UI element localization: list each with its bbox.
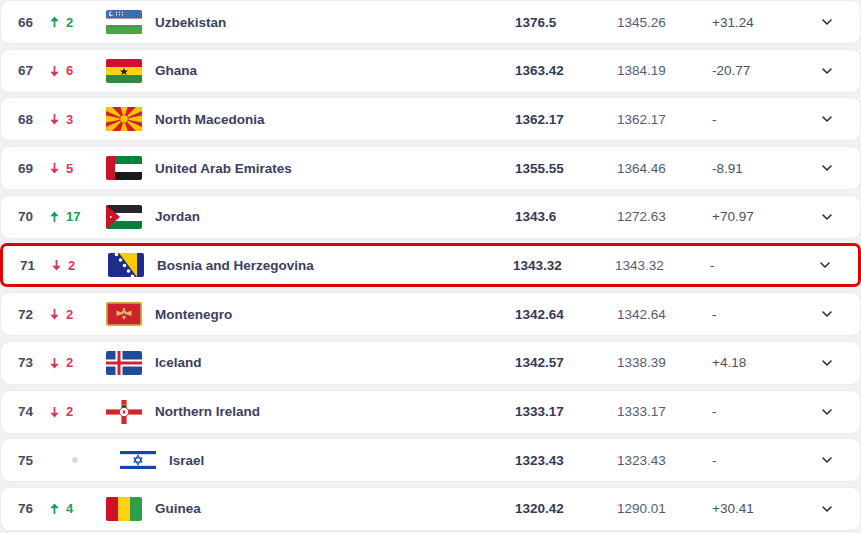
points-change: - — [712, 112, 794, 127]
chevron-down-icon — [819, 14, 835, 30]
ghana-flag-icon — [106, 59, 142, 83]
arrow-up-icon — [49, 211, 60, 223]
previous-points: 1323.43 — [617, 453, 712, 468]
country-name: Israel — [169, 453, 515, 468]
total-points: 1362.17 — [515, 112, 617, 127]
chevron-down-icon — [819, 160, 835, 176]
expand-row-button[interactable] — [794, 306, 860, 322]
rank-number: 72 — [1, 307, 49, 322]
total-points: 1342.64 — [515, 307, 617, 322]
expand-row-button[interactable] — [794, 160, 860, 176]
arrow-down-icon — [49, 406, 60, 418]
expand-row-button[interactable] — [794, 452, 860, 468]
table-row[interactable]: 69 5 United Arab Emirates 1355.55 1364.4… — [0, 146, 861, 190]
guinea-flag-icon — [106, 497, 142, 521]
country-name: Ghana — [155, 63, 515, 78]
rank-movement: 2 — [49, 404, 106, 419]
points-change: +70.97 — [712, 209, 794, 224]
chevron-down-icon — [819, 63, 835, 79]
table-row[interactable]: 76 4 Guinea 1320.42 1290.01 +30.41 — [0, 487, 861, 531]
country-name: United Arab Emirates — [155, 161, 515, 176]
previous-points: 1343.32 — [615, 258, 710, 273]
movement-value: 5 — [66, 161, 73, 176]
movement-value: 2 — [66, 15, 73, 30]
total-points: 1342.57 — [515, 355, 617, 370]
expand-row-button[interactable] — [794, 209, 860, 225]
rank-number: 66 — [1, 15, 49, 30]
expand-row-button[interactable] — [794, 404, 860, 420]
total-points: 1320.42 — [515, 501, 617, 516]
rank-number: 75 — [1, 453, 49, 468]
total-points: 1355.55 — [515, 161, 617, 176]
expand-row-button[interactable] — [794, 355, 860, 371]
table-row[interactable]: 72 2 Montenegro 1342.64 1342.64 - — [0, 292, 861, 336]
uae-flag-icon — [106, 156, 142, 180]
country-name: Montenegro — [155, 307, 515, 322]
arrow-down-icon — [51, 259, 62, 271]
arrow-down-icon — [49, 162, 60, 174]
table-row[interactable]: 73 2 Iceland 1342.57 1338.39 +4.18 — [0, 341, 861, 385]
expand-row-button[interactable] — [794, 111, 860, 127]
previous-points: 1345.26 — [617, 15, 712, 30]
previous-points: 1362.17 — [617, 112, 712, 127]
total-points: 1343.6 — [515, 209, 617, 224]
chevron-down-icon — [819, 355, 835, 371]
total-points: 1333.17 — [515, 404, 617, 419]
chevron-down-icon — [819, 452, 835, 468]
table-row[interactable]: 70 17 Jordan 1343.6 1272.63 +70.97 — [0, 195, 861, 239]
chevron-down-icon — [819, 404, 835, 420]
arrow-down-icon — [49, 357, 60, 369]
expand-row-button[interactable] — [794, 14, 860, 30]
rank-movement: 17 — [49, 209, 106, 224]
rank-movement: 2 — [51, 258, 108, 273]
points-change: +30.41 — [712, 501, 794, 516]
rank-movement: 6 — [49, 63, 106, 78]
table-row[interactable]: 75 Israel 1323.43 1323.43 - — [0, 438, 861, 482]
previous-points: 1338.39 — [617, 355, 712, 370]
rank-number: 70 — [1, 209, 49, 224]
country-name: Iceland — [155, 355, 515, 370]
expand-row-button[interactable] — [794, 501, 860, 517]
points-change: - — [712, 404, 794, 419]
previous-points: 1384.19 — [617, 63, 712, 78]
rank-movement: 3 — [49, 112, 106, 127]
previous-points: 1290.01 — [617, 501, 712, 516]
table-row[interactable]: 74 2 Northern Ireland 1333.17 1333.17 - — [0, 390, 861, 434]
chevron-down-icon — [819, 209, 835, 225]
movement-value: 6 — [66, 63, 73, 78]
jordan-flag-icon — [106, 205, 142, 229]
expand-row-button[interactable] — [794, 63, 860, 79]
rank-number: 76 — [1, 501, 49, 516]
table-row[interactable]: 67 6 Ghana 1363.42 1384.19 -20.77 — [0, 49, 861, 93]
movement-value: 4 — [66, 501, 73, 516]
total-points: 1376.5 — [515, 15, 617, 30]
montenegro-flag-icon — [106, 302, 142, 326]
chevron-down-icon — [819, 306, 835, 322]
movement-value: 17 — [66, 209, 80, 224]
table-row[interactable]: 71 2 Bosnia and Herzegovina 1343.32 1343… — [0, 243, 861, 287]
rank-movement — [49, 456, 120, 464]
movement-value: 3 — [66, 112, 73, 127]
arrow-down-icon — [49, 308, 60, 320]
previous-points: 1342.64 — [617, 307, 712, 322]
northern-ireland-flag-icon — [106, 400, 142, 424]
points-change: +31.24 — [712, 15, 794, 30]
country-name: Uzbekistan — [155, 15, 515, 30]
points-change: - — [712, 307, 794, 322]
table-row[interactable]: 66 2 Uzbekistan 1376.5 1345.26 +31.24 — [0, 0, 861, 44]
arrow-down-icon — [49, 65, 60, 77]
total-points: 1343.32 — [513, 258, 615, 273]
israel-flag-icon — [120, 448, 156, 472]
chevron-down-icon — [819, 501, 835, 517]
rank-number: 71 — [3, 258, 51, 273]
expand-row-button[interactable] — [792, 257, 858, 273]
rank-movement: 2 — [49, 355, 106, 370]
country-name: North Macedonia — [155, 112, 515, 127]
north-macedonia-flag-icon — [106, 107, 142, 131]
previous-points: 1333.17 — [617, 404, 712, 419]
rank-number: 74 — [1, 404, 49, 419]
movement-value: 2 — [66, 355, 73, 370]
uzbekistan-flag-icon — [106, 10, 142, 34]
table-row[interactable]: 68 3 North Macedonia 1362.17 1362.17 - — [0, 97, 861, 141]
rank-movement: 5 — [49, 161, 106, 176]
